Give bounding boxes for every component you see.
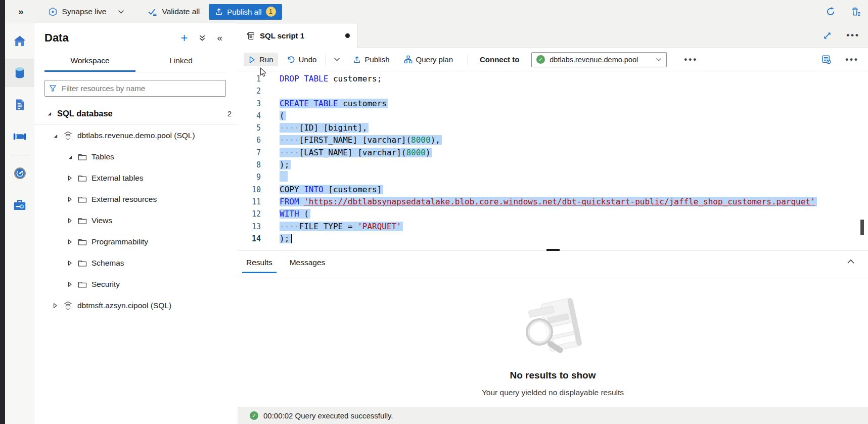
line-number: 11 <box>238 196 261 208</box>
sidebar-item-develop[interactable] <box>5 91 34 119</box>
undo-icon <box>287 55 295 64</box>
tree-item-label: dbtlabs.revenue.demo.pool (SQL) <box>77 131 195 140</box>
data-panel-title: Data <box>44 31 69 45</box>
expand-twisty-icon[interactable] <box>66 196 73 202</box>
play-icon <box>248 56 256 64</box>
code-line[interactable]: 2 <box>238 85 868 97</box>
collapse-results-icon[interactable] <box>847 259 855 264</box>
manage-icon <box>12 197 27 213</box>
double-chevron-down-icon[interactable] <box>199 34 206 41</box>
collapse-twisty-icon[interactable] <box>66 154 73 160</box>
query-plan-label: Query plan <box>416 55 453 64</box>
tree-item-folder[interactable]: External resources <box>34 189 238 210</box>
sidebar-item-data[interactable] <box>5 59 34 87</box>
tab-sql-script-1[interactable]: SQL script 1 <box>238 24 357 48</box>
expand-twisty-icon[interactable] <box>66 218 73 224</box>
code-line[interactable]: 1DROP TABLE customers; <box>238 73 868 85</box>
code-line[interactable]: 3CREATE TABLE customers <box>238 98 868 110</box>
mode-label: Synapse live <box>62 7 107 16</box>
expand-twisty-icon[interactable] <box>52 303 59 309</box>
add-icon[interactable]: + <box>180 32 188 44</box>
script-settings-icon[interactable] <box>821 55 831 64</box>
expand-all-icon[interactable]: » <box>18 6 24 17</box>
tree-item-folder[interactable]: Schemas <box>34 252 238 274</box>
selection-highlight <box>280 171 288 182</box>
code-line[interactable]: 13····FILE_TYPE = 'PARQUET' <box>238 221 868 233</box>
filter-funnel-icon <box>49 84 57 92</box>
status-message: 00:00:02 Query executed successfully. <box>263 411 393 420</box>
refresh-icon[interactable] <box>826 7 836 17</box>
line-content <box>261 171 288 183</box>
expand-twisty-icon[interactable] <box>66 260 73 266</box>
upload-icon <box>353 56 361 64</box>
pool-select-dropdown[interactable]: ✓ dbtlabs.revenue.demo.pool <box>531 52 667 67</box>
tree-item-folder[interactable]: Security <box>34 274 238 295</box>
sidebar-item-home[interactable] <box>5 27 34 55</box>
tree-item-label: SQL database <box>57 109 113 118</box>
tree-item-folder[interactable]: Views <box>34 210 238 231</box>
data-panel: Data + « Workspace Linked <box>34 23 238 424</box>
editor-scrollbar-thumb[interactable] <box>860 220 864 235</box>
tab-linked[interactable]: Linked <box>135 52 226 72</box>
code-line[interactable]: 7····[LAST_NAME] [varchar](8000) <box>238 147 868 159</box>
expand-twisty-icon[interactable] <box>66 281 73 287</box>
validate-all-button[interactable]: Validate all <box>148 7 200 16</box>
expand-twisty-icon[interactable] <box>66 239 73 245</box>
sidebar-item-integrate[interactable] <box>5 122 34 151</box>
publish-button[interactable]: Publish <box>348 53 394 66</box>
tree-item-folder[interactable]: External tables <box>34 167 238 189</box>
code-line[interactable]: 10COPY INTO [customers] <box>238 184 868 196</box>
connected-check-icon: ✓ <box>536 55 545 64</box>
code-line[interactable]: 6····[FIRST_NAME] [varchar](8000), <box>238 134 868 146</box>
data-panel-tabs: Workspace Linked <box>44 52 226 72</box>
tree-item-database[interactable]: dbtmsft.azsyn.cipool (SQL) <box>34 295 238 316</box>
chevron-down-icon <box>118 10 124 14</box>
sidebar-item-monitor[interactable] <box>5 159 34 187</box>
sidebar-item-manage[interactable] <box>5 191 34 219</box>
publish-all-button[interactable]: Publish all 1 <box>209 4 282 20</box>
filter-input[interactable] <box>61 83 221 93</box>
run-options-dropdown[interactable] <box>331 55 343 64</box>
splitter-handle[interactable] <box>546 249 560 251</box>
code-editor[interactable]: 1DROP TABLE customers;23CREATE TABLE cus… <box>238 71 868 250</box>
code-line[interactable]: 8); <box>238 159 868 171</box>
tab-workspace[interactable]: Workspace <box>44 52 135 72</box>
toolbar-divider <box>468 54 468 65</box>
line-number: 1 <box>238 73 261 85</box>
code-line[interactable]: 4( <box>238 110 868 122</box>
mode-switcher[interactable]: Synapse live <box>48 7 125 17</box>
code-line[interactable]: 12WITH ( <box>238 208 868 220</box>
tree-item-folder[interactable]: Tables <box>34 146 238 167</box>
run-button[interactable]: Run <box>244 53 278 66</box>
expand-twisty-icon[interactable] <box>66 175 73 181</box>
tree-item-sql-database[interactable]: SQL database 2 <box>34 104 238 123</box>
upload-icon <box>215 8 223 16</box>
tree-item-label: External tables <box>92 174 144 183</box>
selection-highlight: WITH ( <box>280 209 310 219</box>
sql-script-icon <box>246 31 255 40</box>
line-content: ); <box>261 159 291 171</box>
selection-highlight: ); <box>280 234 291 243</box>
code-line[interactable]: 14); <box>238 233 868 245</box>
develop-icon <box>13 97 27 112</box>
query-plan-button[interactable]: Query plan <box>399 53 458 66</box>
code-line[interactable]: 11FROM 'https://dbtlabsynapsedatalake.bl… <box>238 196 868 208</box>
code-line[interactable]: 9 <box>238 171 868 183</box>
collapse-twisty-icon[interactable] <box>45 111 53 116</box>
selection-highlight: ); <box>280 160 291 169</box>
expand-editor-icon[interactable] <box>824 32 831 39</box>
tree-item-folder[interactable]: Programmability <box>34 231 238 252</box>
collapse-panel-icon[interactable]: « <box>217 32 222 44</box>
undo-button[interactable]: Undo <box>282 53 322 66</box>
collapse-twisty-icon[interactable] <box>52 133 59 139</box>
tab-messages[interactable]: Messages <box>286 250 330 273</box>
trash-icon[interactable] <box>851 7 861 17</box>
code-line[interactable]: 5····[ID] [bigint], <box>238 122 868 134</box>
tab-results[interactable]: Results <box>242 250 277 273</box>
document-tab-title: SQL script 1 <box>260 31 304 40</box>
results-body: No results to show Your query yielded no… <box>238 278 868 407</box>
folder-icon <box>78 281 87 288</box>
sql-pool-icon <box>63 131 73 140</box>
query-status-bar: ✓ 00:00:02 Query executed successfully. <box>238 407 868 424</box>
tree-item-database[interactable]: dbtlabs.revenue.demo.pool (SQL) <box>34 125 238 146</box>
